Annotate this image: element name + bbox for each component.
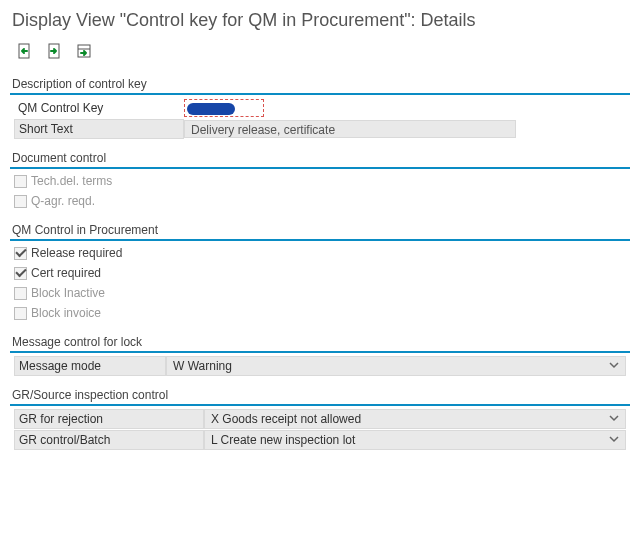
tech-del-terms-checkbox[interactable] xyxy=(14,175,27,188)
tech-del-terms-label: Tech.del. terms xyxy=(31,174,112,188)
redaction-mark xyxy=(187,103,235,115)
q-agr-reqd-row: Q-agr. reqd. xyxy=(14,191,626,211)
block-invoice-row: Block invoice xyxy=(14,303,626,323)
qm-control-key-field xyxy=(184,99,264,117)
block-inactive-label: Block Inactive xyxy=(31,286,105,300)
other-entry-icon[interactable] xyxy=(74,41,94,61)
section-gr-source-title: GR/Source inspection control xyxy=(10,386,630,406)
gr-control-batch-select[interactable]: L Create new inspection lot xyxy=(204,430,626,450)
cert-required-label: Cert required xyxy=(31,266,101,280)
chevron-down-icon xyxy=(609,359,619,373)
gr-control-batch-value: L Create new inspection lot xyxy=(211,433,355,447)
release-required-row: Release required xyxy=(14,243,626,263)
release-required-label: Release required xyxy=(31,246,122,260)
block-inactive-checkbox[interactable] xyxy=(14,287,27,300)
cert-required-checkbox[interactable] xyxy=(14,267,27,280)
section-gr-source: GR/Source inspection control GR for reje… xyxy=(10,386,630,452)
page-title: Display View "Control key for QM in Proc… xyxy=(0,0,640,39)
section-qm-control-procurement-title: QM Control in Procurement xyxy=(10,221,630,241)
chevron-down-icon xyxy=(609,433,619,447)
short-text-label: Short Text xyxy=(14,119,184,139)
q-agr-reqd-label: Q-agr. reqd. xyxy=(31,194,95,208)
next-entry-icon[interactable] xyxy=(44,41,64,61)
gr-rejection-select[interactable]: X Goods receipt not allowed xyxy=(204,409,626,429)
section-document-control: Document control Tech.del. terms Q-agr. … xyxy=(10,149,630,213)
gr-rejection-label: GR for rejection xyxy=(14,409,204,429)
qm-control-key-label: QM Control Key xyxy=(14,99,184,117)
q-agr-reqd-checkbox[interactable] xyxy=(14,195,27,208)
block-inactive-row: Block Inactive xyxy=(14,283,626,303)
release-required-checkbox[interactable] xyxy=(14,247,27,260)
cert-required-row: Cert required xyxy=(14,263,626,283)
section-description-title: Description of control key xyxy=(10,75,630,95)
gr-control-batch-label: GR control/Batch xyxy=(14,430,204,450)
message-mode-label: Message mode xyxy=(14,356,166,376)
gr-rejection-value: X Goods receipt not allowed xyxy=(211,412,361,426)
toolbar xyxy=(0,39,640,69)
message-mode-value: W Warning xyxy=(173,359,232,373)
block-invoice-label: Block invoice xyxy=(31,306,101,320)
message-mode-select[interactable]: W Warning xyxy=(166,356,626,376)
section-qm-control-procurement: QM Control in Procurement Release requir… xyxy=(10,221,630,325)
section-document-control-title: Document control xyxy=(10,149,630,169)
block-invoice-checkbox[interactable] xyxy=(14,307,27,320)
chevron-down-icon xyxy=(609,412,619,426)
section-description: Description of control key QM Control Ke… xyxy=(10,75,630,141)
short-text-field: Delivery release, certificate xyxy=(184,120,516,138)
section-message-control: Message control for lock Message mode W … xyxy=(10,333,630,378)
tech-del-terms-row: Tech.del. terms xyxy=(14,171,626,191)
previous-entry-icon[interactable] xyxy=(14,41,34,61)
section-message-control-title: Message control for lock xyxy=(10,333,630,353)
